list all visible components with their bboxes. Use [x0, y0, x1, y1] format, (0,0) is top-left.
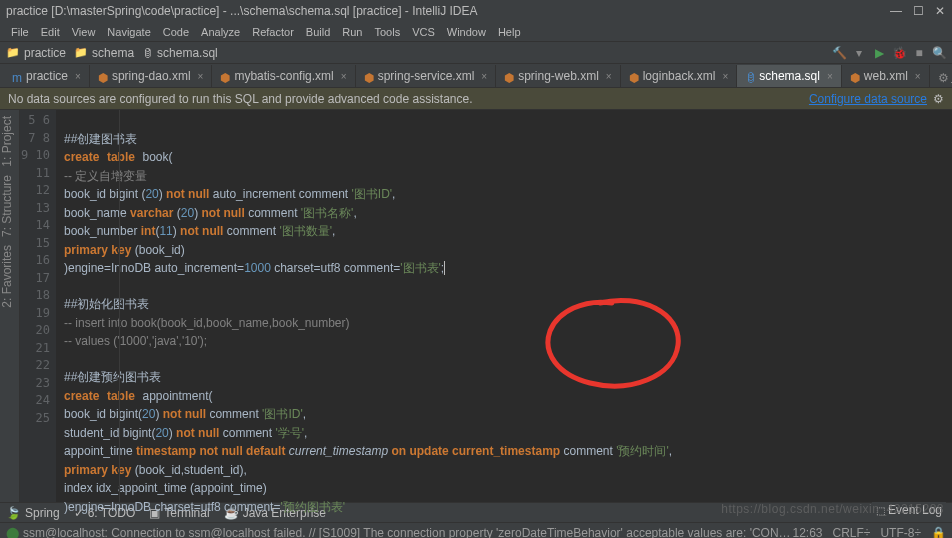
close-icon: × [198, 71, 204, 82]
breadcrumb[interactable]: 🛢 schema.sql [142, 46, 218, 60]
close-icon: × [915, 71, 921, 82]
close-icon: × [827, 71, 833, 82]
menu-build[interactable]: Build [301, 26, 335, 38]
tab-schema-sql[interactable]: 🛢schema.sql× [737, 65, 842, 87]
menu-window[interactable]: Window [442, 26, 491, 38]
close-icon: × [481, 71, 487, 82]
menu-refactor[interactable]: Refactor [247, 26, 299, 38]
menu-code[interactable]: Code [158, 26, 194, 38]
status-icon[interactable]: ⬤ [6, 526, 19, 539]
menu-navigate[interactable]: Navigate [102, 26, 155, 38]
structure-tool[interactable]: 7: Structure [0, 175, 19, 237]
left-tool-strip: 1: Project 7: Structure 2: Favorites [0, 110, 20, 502]
editor-tabs: mpractice× ⬢spring-dao.xml× ⬢mybatis-con… [0, 64, 952, 88]
tab-loginback[interactable]: ⬢loginback.xml× [621, 65, 738, 87]
breadcrumb[interactable]: 📁 practice [6, 46, 66, 60]
menu-edit[interactable]: Edit [36, 26, 65, 38]
menu-vcs[interactable]: VCS [407, 26, 440, 38]
banner-text: No data sources are configured to run th… [8, 92, 473, 106]
window-controls: — ☐ ✕ [890, 5, 946, 17]
menu-analyze[interactable]: Analyze [196, 26, 245, 38]
line-separator[interactable]: CRLF÷ [832, 526, 870, 539]
breadcrumb[interactable]: 📁 schema [74, 46, 134, 60]
tab-jdbc-props[interactable]: ⚙jdbc.properties× [930, 65, 952, 87]
tab-practice[interactable]: mpractice× [4, 65, 90, 87]
close-icon: × [722, 71, 728, 82]
maximize-button[interactable]: ☐ [912, 5, 924, 17]
navbar: 📁 practice 📁 schema 🛢 schema.sql 🔨 ▾ ▶ 🐞… [0, 42, 952, 64]
menu-tools[interactable]: Tools [369, 26, 405, 38]
tab-web-xml[interactable]: ⬢web.xml× [842, 65, 930, 87]
dropdown-icon[interactable]: ▾ [852, 46, 866, 60]
caret-position[interactable]: 12:63 [792, 526, 822, 539]
tab-spring-web[interactable]: ⬢spring-web.xml× [496, 65, 621, 87]
statusbar: ⬤ ssm@localhost: Connection to ssm@local… [0, 522, 952, 538]
spring-tool[interactable]: 🍃 Spring [6, 506, 60, 520]
debug-icon[interactable]: 🐞 [892, 46, 906, 60]
close-icon: × [606, 71, 612, 82]
editor-area: 1: Project 7: Structure 2: Favorites 5 6… [0, 110, 952, 502]
gutter: 5 6 7 8 9 10 11 12 13 14 15 16 17 18 19 … [20, 110, 56, 502]
code-editor[interactable]: ##创建图书表 create table book( -- 定义自增变量 boo… [56, 110, 952, 502]
titlebar: practice [D:\masterSpring\code\practice]… [0, 0, 952, 22]
menubar: File Edit View Navigate Code Analyze Ref… [0, 22, 952, 42]
close-icon: × [341, 71, 347, 82]
configure-datasource-link[interactable]: Configure data source [809, 92, 927, 106]
encoding[interactable]: UTF-8÷ [880, 526, 921, 539]
tab-spring-service[interactable]: ⬢spring-service.xml× [356, 65, 497, 87]
project-tool[interactable]: 1: Project [0, 116, 19, 167]
close-button[interactable]: ✕ [934, 5, 946, 17]
close-icon: × [75, 71, 81, 82]
tab-mybatis-config[interactable]: ⬢mybatis-config.xml× [212, 65, 355, 87]
gear-icon[interactable]: ⚙ [933, 92, 944, 106]
run-icon[interactable]: ▶ [872, 46, 886, 60]
toolbar-right: 🔨 ▾ ▶ 🐞 ■ 🔍 [832, 46, 946, 60]
watermark: https://blog.csdn.net/weixin_42215288 [721, 502, 944, 516]
lock-icon[interactable]: 🔒 [931, 526, 946, 539]
search-icon[interactable]: 🔍 [932, 46, 946, 60]
stop-icon[interactable]: ■ [912, 46, 926, 60]
build-icon[interactable]: 🔨 [832, 46, 846, 60]
window-title: practice [D:\masterSpring\code\practice]… [6, 4, 890, 18]
favorites-tool[interactable]: 2: Favorites [0, 245, 19, 308]
status-message: ssm@localhost: Connection to ssm@localho… [23, 526, 792, 539]
minimize-button[interactable]: — [890, 5, 902, 17]
menu-file[interactable]: File [6, 26, 34, 38]
menu-view[interactable]: View [67, 26, 101, 38]
menu-help[interactable]: Help [493, 26, 526, 38]
datasource-banner: No data sources are configured to run th… [0, 88, 952, 110]
tab-spring-dao[interactable]: ⬢spring-dao.xml× [90, 65, 213, 87]
menu-run[interactable]: Run [337, 26, 367, 38]
